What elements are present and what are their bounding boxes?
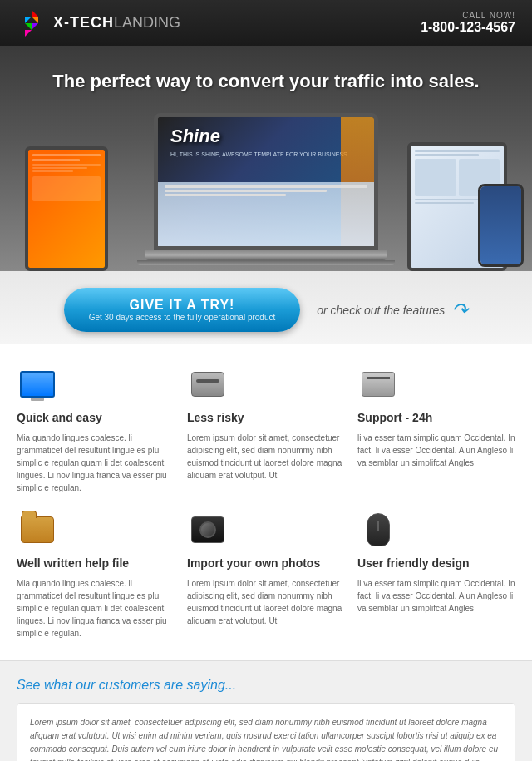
feature-user-friendly: User friendly design li va esser tam sim…: [357, 511, 515, 640]
svg-marker-1: [32, 17, 38, 23]
header: X-TECHLANDING CALL NOW! 1-800-123-4567: [0, 0, 532, 46]
phone: [478, 184, 524, 267]
feature-title: Less risky: [187, 411, 345, 424]
mouse-icon: [367, 513, 390, 546]
feature-support: Support - 24h li va esser tam simplic qu…: [357, 365, 515, 494]
feature-quick-easy: Quick and easy Mia quando lingues coales…: [17, 365, 175, 494]
feature-less-risky: Less risky Lorem ipsum dolor sit amet, c…: [187, 365, 345, 494]
screen-sub-text: HI, THIS IS SHINE, AWESOME TEMPLATE FOR …: [170, 151, 347, 159]
cta-sub-text: Get 30 days access to the fully operatio…: [89, 313, 276, 322]
feature-icon-box: [17, 511, 58, 548]
feature-text: li va esser tam simplic quam Occidental.…: [357, 577, 515, 615]
feature-text: Lorem ipsum dolor sit amet, consectetuer…: [187, 577, 345, 627]
svg-marker-4: [32, 23, 38, 30]
feature-icon-box: [187, 511, 229, 548]
feature-header: [187, 511, 345, 548]
hdd-icon: [191, 372, 224, 397]
feature-title: Quick and easy: [17, 411, 175, 424]
feature-icon-box: [187, 365, 229, 403]
feature-text: li va esser tam simplic quam Occidental.…: [357, 432, 515, 469]
feature-icon-box: [17, 365, 58, 403]
svg-marker-3: [25, 23, 32, 30]
feature-header: [357, 511, 515, 548]
svg-marker-5: [25, 30, 32, 37]
support-icon: [362, 372, 395, 397]
feature-title: Well written help file: [17, 556, 175, 570]
logo-area: X-TECHLANDING: [17, 8, 180, 38]
svg-marker-2: [25, 17, 32, 23]
feature-title: Import your own photos: [187, 556, 345, 570]
feature-text: Lorem ipsum dolor sit amet, consectetuer…: [187, 432, 345, 482]
testimonial-text: Lorem ipsum dolor sit amet, consectetuer…: [30, 716, 502, 761]
logo-icon: [17, 8, 47, 38]
feature-help-file: Well written help file Mia quando lingue…: [17, 511, 175, 640]
feature-header: [357, 365, 515, 403]
logo-text: X-TECHLANDING: [53, 14, 180, 32]
screen-shine-text: Shine: [170, 126, 220, 147]
tablet-left: [25, 146, 108, 271]
feature-title: Support - 24h: [357, 411, 515, 424]
laptop-screen-inner: Shine HI, THIS IS SHINE, AWESOME TEMPLAT…: [158, 117, 374, 246]
cta-main-text: GIVE IT A TRY!: [89, 298, 276, 313]
phone-screen: [480, 186, 521, 264]
feature-text: Mia quando lingues coalesce. li grammati…: [17, 432, 175, 494]
screen-bottom-content: [158, 182, 374, 247]
laptop-foot: [137, 260, 395, 265]
devices-container: Shine HI, THIS IS SHINE, AWESOME TEMPLAT…: [0, 105, 532, 271]
feature-icon-box: [357, 365, 399, 403]
testimonial-section: See what our customers are saying... Lor…: [0, 661, 532, 761]
feature-header: [187, 365, 345, 403]
call-label: CALL NOW!: [421, 11, 515, 20]
laptop-base: [145, 250, 387, 260]
testimonial-headline: See what our customers are saying...: [17, 678, 515, 693]
cta-main-button[interactable]: GIVE IT A TRY! Get 30 days access to the…: [64, 288, 301, 332]
svg-marker-0: [32, 10, 38, 17]
folder-icon: [21, 516, 54, 543]
monitor-icon: [20, 371, 55, 398]
feature-icon-box: [357, 511, 399, 548]
feature-text: Mia quando lingues coalesce. li grammati…: [17, 577, 175, 640]
features-section: Quick and easy Mia quando lingues coales…: [0, 344, 532, 660]
laptop-screen: Shine HI, THIS IS SHINE, AWESOME TEMPLAT…: [154, 113, 378, 250]
feature-photos: Import your own photos Lorem ipsum dolor…: [187, 511, 345, 640]
feature-header: [17, 511, 175, 548]
call-number: 1-800-123-4567: [421, 20, 515, 35]
feature-header: [17, 365, 175, 403]
cta-section: GIVE IT A TRY! Get 30 days access to the…: [0, 271, 532, 344]
cta-alt-text: or check out the features: [317, 304, 445, 317]
tablet-left-content: [28, 150, 105, 205]
feature-title: User friendly design: [357, 556, 515, 570]
cta-alt: or check out the features ↷: [317, 299, 468, 322]
hero-section: The perfect way to convert your traffic …: [0, 46, 532, 271]
camera-icon: [191, 516, 224, 543]
arrow-curve-icon: ↷: [451, 299, 468, 322]
testimonial-box: Lorem ipsum dolor sit amet, consectetuer…: [17, 703, 515, 761]
laptop: Shine HI, THIS IS SHINE, AWESOME TEMPLAT…: [137, 113, 395, 271]
tablet-left-screen: [28, 150, 105, 268]
call-area: CALL NOW! 1-800-123-4567: [421, 11, 515, 35]
hero-headline: The perfect way to convert your traffic …: [0, 62, 532, 105]
